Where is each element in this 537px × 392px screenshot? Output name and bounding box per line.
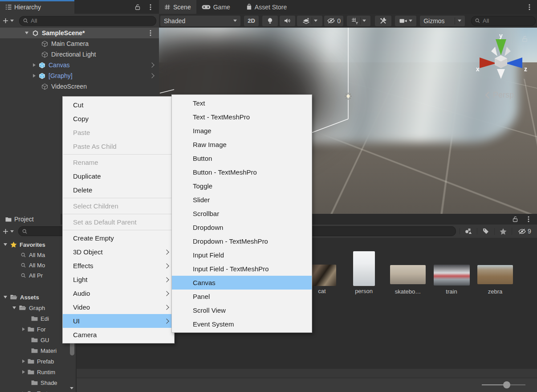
submenu-item-dropdown-tmp[interactable]: Dropdown - TextMeshPro — [172, 234, 312, 248]
hierarchy-row-graphy[interactable]: [Graphy] — [0, 70, 159, 81]
hierarchy-search-placeholder: All — [31, 17, 37, 24]
prefab-open-chevron-icon[interactable] — [149, 62, 154, 67]
menu-separator — [63, 214, 174, 214]
asset-thumbnail[interactable] — [477, 265, 513, 284]
asset-train[interactable]: train — [432, 265, 471, 295]
folder-row[interactable]: Shade — [0, 377, 76, 388]
thumbnail-zoom-slider[interactable] — [482, 384, 525, 385]
submenu-item-button-tmp[interactable]: Button - TextMeshPro — [172, 165, 312, 179]
tab-game[interactable]: Game — [196, 0, 236, 14]
hierarchy-row[interactable]: Directional Light — [0, 49, 159, 60]
asset-thumbnail[interactable] — [434, 265, 470, 286]
expander-icon[interactable] — [22, 359, 25, 363]
asset-thumbnail[interactable] — [353, 251, 375, 286]
submenu-item-input-field[interactable]: Input Field — [172, 248, 312, 262]
project-unlock-icon[interactable] — [513, 216, 518, 222]
submenu-item-event-system[interactable]: Event System — [172, 317, 312, 331]
menu-item-effects[interactable]: Effects — [63, 259, 174, 273]
tab-project[interactable]: Project — [0, 214, 61, 225]
search-by-label-button[interactable] — [477, 228, 494, 234]
search-icon — [23, 18, 28, 24]
submenu-item-image[interactable]: Image — [172, 124, 312, 138]
orientation-gizmo[interactable]: y x z — [473, 34, 529, 84]
submenu-item-scrollbar[interactable]: Scrollbar — [172, 207, 312, 220]
search-by-type-button[interactable] — [460, 228, 477, 234]
folder-row[interactable]: Materi — [0, 345, 76, 356]
submenu-item-button[interactable]: Button — [172, 151, 312, 165]
folder-row[interactable]: Textur — [0, 388, 76, 392]
create-asset-button[interactable] — [3, 229, 14, 234]
scene-menu-icon[interactable] — [525, 4, 533, 10]
submenu-item-text[interactable]: Text — [172, 96, 312, 110]
menu-item-3d-object[interactable]: 3D Object — [63, 245, 174, 259]
hierarchy-row[interactable]: Main Camera — [0, 38, 159, 49]
asset-skateboard[interactable]: skatebo… — [388, 265, 427, 295]
submenu-item-dropdown[interactable]: Dropdown — [172, 220, 312, 234]
menu-item-audio[interactable]: Audio — [63, 286, 174, 300]
grid-visibility-dropdown[interactable] — [347, 16, 370, 26]
submenu-item-scroll-view[interactable]: Scroll View — [172, 303, 312, 317]
tab-scene[interactable]: Scene — [159, 0, 196, 14]
slider-knob[interactable] — [503, 381, 510, 388]
create-object-button[interactable] — [3, 18, 14, 24]
submenu-item-panel[interactable]: Panel — [172, 290, 312, 303]
hierarchy-row[interactable]: VideoScreen — [0, 81, 159, 92]
menu-item-cut[interactable]: Cut — [63, 98, 174, 112]
hierarchy-row-canvas[interactable]: Canvas — [0, 60, 159, 70]
viewport-lock-icon[interactable] — [522, 36, 528, 42]
scene-menu-icon[interactable] — [146, 30, 155, 36]
submenu-item-input-field-tmp[interactable]: Input Field - TextMeshPro — [172, 262, 312, 276]
scene-effects-dropdown[interactable] — [297, 16, 322, 26]
prefab-open-chevron-icon[interactable] — [149, 73, 154, 78]
scene-lighting-button[interactable] — [262, 16, 278, 26]
menu-item-delete[interactable]: Delete — [63, 183, 174, 197]
gizmos-dropdown[interactable]: Gizmos — [420, 16, 465, 26]
project-hidden-count-button[interactable]: 9 — [512, 228, 537, 235]
scrollbar-down-icon[interactable] — [70, 387, 73, 389]
asset-person[interactable]: person — [350, 251, 377, 294]
menu-item-light[interactable]: Light — [63, 273, 174, 286]
menu-item-create-empty[interactable]: Create Empty — [63, 231, 174, 245]
dropdown-caret-icon — [233, 20, 237, 22]
asset-thumbnail[interactable] — [390, 265, 426, 284]
submenu-item-text-tmp[interactable]: Text - TextMeshPro — [172, 110, 312, 124]
projection-mode-toggle[interactable]: Persp — [486, 90, 514, 100]
menu-item-duplicate[interactable]: Duplicate — [63, 169, 174, 183]
submenu-item-raw-image[interactable]: Raw Image — [172, 138, 312, 151]
unity-scene-icon — [32, 30, 39, 37]
component-tools-button[interactable] — [375, 16, 391, 26]
expander-icon[interactable] — [22, 327, 25, 331]
submenu-arrow-icon — [164, 318, 169, 323]
submenu-item-toggle[interactable]: Toggle — [172, 179, 312, 193]
hierarchy-search-input[interactable]: All — [19, 16, 156, 26]
expander-icon[interactable] — [12, 306, 16, 309]
scene-search-input[interactable]: All — [471, 16, 536, 26]
expander-icon[interactable] — [22, 370, 25, 374]
submenu-item-canvas[interactable]: Canvas — [172, 276, 312, 290]
favorites-filter-star-icon[interactable] — [494, 228, 512, 235]
tab-hierarchy[interactable]: Hierarchy — [0, 0, 74, 14]
expander-icon[interactable] — [33, 74, 36, 78]
hierarchy-menu-icon[interactable] — [146, 4, 155, 10]
scene-camera-dropdown[interactable] — [395, 16, 416, 26]
toggle-2d-button[interactable]: 2D — [244, 16, 259, 26]
menu-item-ui[interactable]: UI — [63, 314, 174, 328]
folder-row[interactable]: Prefab — [0, 356, 76, 367]
menu-item-camera[interactable]: Camera — [63, 328, 174, 342]
expander-icon[interactable] — [4, 296, 7, 298]
scene-visibility-button[interactable]: 0 — [324, 16, 343, 26]
hierarchy-row-scene[interactable]: SampleScene* — [0, 28, 159, 38]
scene-audio-button[interactable] — [280, 16, 295, 26]
project-menu-icon[interactable] — [525, 216, 533, 222]
tab-asset-store[interactable]: Asset Store — [241, 0, 292, 14]
expander-icon[interactable] — [33, 63, 36, 67]
folder-row[interactable]: Runtim — [0, 367, 76, 377]
expander-icon[interactable] — [25, 32, 28, 34]
shading-mode-dropdown[interactable]: Shaded — [160, 16, 240, 26]
menu-item-video[interactable]: Video — [63, 300, 174, 314]
hierarchy-unlock-icon[interactable] — [135, 4, 140, 10]
submenu-item-slider[interactable]: Slider — [172, 193, 312, 207]
asset-zebra[interactable]: zebra — [476, 265, 515, 295]
expander-icon[interactable] — [4, 243, 7, 246]
menu-item-copy[interactable]: Copy — [63, 112, 174, 126]
